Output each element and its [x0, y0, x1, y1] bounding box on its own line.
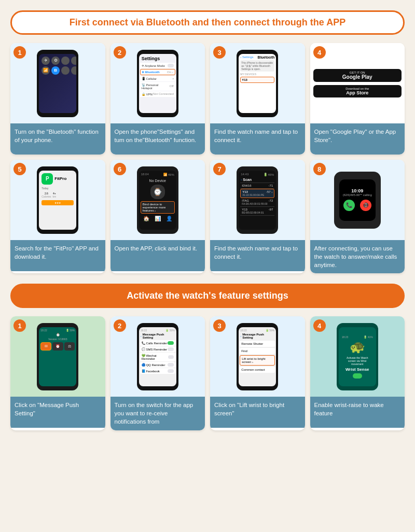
wrist-toggle — [353, 373, 362, 379]
lift-row-wrist: Lift wrist to bright screen › — [240, 355, 275, 366]
alarm-icon: ⏰ — [52, 342, 63, 351]
phone-mock-s2-3: 18:22 🔋 59% ‹ Message Push Setting Remot… — [237, 323, 278, 390]
step-2-desc: Open the phone"Settings" and tum on the"… — [110, 123, 205, 155]
phone-mock-3: ‹ Settings Bluetooth This iPhone is disc… — [237, 50, 278, 117]
lift-row-remote: Remote Shutter — [240, 341, 275, 347]
toggle-sms — [168, 347, 174, 351]
phone-mock-7: 14:43 🔋 46% ‹ Scan IDW16 -71 Y13 — [237, 166, 278, 234]
watch-screen-8: 10:09 (626)495-00** calling 📞 📵 — [339, 179, 376, 221]
step-s2-1-card: 1 18:22 🔋 59% ⌚ Version: V13663 ✉ ⏰ ⚖ — [10, 316, 105, 430]
call-buttons: 📞 📵 — [342, 199, 372, 212]
google-play-btn[interactable]: GET IT ON Google Play — [313, 69, 402, 82]
fitpro-rating: ★★★ — [42, 200, 74, 205]
lift-row-contact: Common contact — [240, 367, 275, 373]
phone-mock-s2-4: 18:23 🔋 41% 🐢 Activate the Watch screen … — [337, 323, 378, 390]
step-1-number: 1 — [13, 46, 26, 59]
watch-icon: ⌚ — [150, 185, 165, 199]
step-s2-1-image: 1 18:22 🔋 59% ⌚ Version: V13663 ✉ ⏰ ⚖ — [10, 316, 105, 397]
step-5-number: 5 — [13, 163, 26, 175]
step-2-number: 2 — [114, 46, 126, 59]
toggle-calls — [168, 341, 174, 345]
step-1-desc: Turn on the "Bluetooth" function of your… — [10, 123, 105, 155]
fitpro-today: Today — [40, 186, 75, 191]
step-5-card: 5 P FitPro Today 2.6 Calories 4+ — [10, 160, 105, 273]
bind-highlight: Bind device to experience more features … — [141, 201, 175, 214]
phone-screen-6: 18:04 📶 49% No Device ⌚ Bind device to e… — [139, 171, 176, 230]
watch-home-time: 18:22 🔋 59% — [40, 329, 75, 332]
msg-row-qq: 🔵 QQ Reminder — [140, 362, 175, 368]
phone-mock-6: 18:04 📶 49% No Device ⌚ Bind device to e… — [137, 166, 178, 234]
step-3-desc: Find the watch name and tap to connect i… — [210, 123, 305, 155]
step-7-desc: Find the watch name and tap to connect i… — [210, 240, 305, 271]
step-s2-2-card: 2 19:22 🔋 50% ‹ Message Push Setting 📞 C… — [110, 316, 205, 430]
fitpro-icon: P — [42, 173, 53, 185]
icon-empty2 — [71, 57, 76, 65]
bt-scan-screen: ‹ Settings Bluetooth This iPhone is disc… — [239, 54, 276, 113]
step-s2-3-card: 3 18:22 🔋 59% ‹ Message Push Setting Rem… — [210, 316, 305, 430]
step-3-number: 3 — [213, 46, 226, 59]
lift-rows: Remote Shutter Find Lift wrist to bright… — [240, 341, 275, 373]
step-s2-4-desc: Enable wrist-raise to wake feature — [310, 397, 405, 428]
step-8-image: 8 10:09 (626)495-00** calling 📞 📵 — [310, 160, 405, 240]
wrist-icon: 🐢 — [350, 340, 365, 354]
step-4-desc: Open "Google Play" or the App Store". — [310, 123, 405, 155]
lift-row-find: Find — [240, 348, 275, 354]
step-2-image: 2 Settings ✈ Airplane Mode B Bluetooth O… — [110, 43, 205, 123]
settings-row-vpn: 🔒 VPN Not Connected — [140, 91, 175, 97]
lift-header: ‹ Message Push Setting — [240, 332, 275, 340]
phone-screen-s2-2: 19:22 🔋 50% ‹ Message Push Setting 📞 Cal… — [139, 327, 176, 386]
settings-row-bt: B Bluetooth On › — [140, 69, 175, 75]
step-3-image: 3 ‹ Settings Bluetooth This iPhone is di… — [210, 43, 305, 123]
scan-header: 14:43 🔋 46% — [240, 172, 274, 177]
step-4-number: 4 — [313, 46, 326, 59]
step-s2-3-desc: Click on "Lift wrist to bright screen" — [210, 397, 305, 428]
decline-call-button[interactable]: 📵 — [360, 200, 371, 211]
step-8-card: 8 10:09 (626)495-00** calling 📞 📵 After … — [310, 160, 405, 273]
msg-row-wechat: 💚 Wechat Reminder — [140, 353, 175, 361]
step-6-card: 6 18:04 📶 49% No Device ⌚ Bind device to… — [110, 160, 205, 273]
version: Version: V13663 — [40, 338, 75, 341]
icon-empty4 — [71, 66, 76, 75]
phone-screen-7: 14:43 🔋 46% ‹ Scan IDW16 -71 Y13 — [239, 171, 276, 230]
watch-home-screen: 18:22 🔋 59% ⌚ Version: V13663 ✉ ⏰ ⚖ — [39, 327, 76, 386]
accept-call-button[interactable]: 📞 — [343, 200, 355, 211]
msg-time: 19:22 🔋 50% — [140, 328, 175, 332]
icon-wifi: 📶 — [42, 66, 50, 75]
icon-empty3 — [61, 66, 70, 75]
step-6-image: 6 18:04 📶 49% No Device ⌚ Bind device to… — [110, 160, 205, 240]
bt-active-icon: B — [51, 66, 60, 75]
icon-empty1 — [61, 57, 70, 65]
step-3-card: 3 ‹ Settings Bluetooth This iPhone is di… — [210, 43, 305, 155]
step-s2-4-card: 4 18:23 🔋 41% 🐢 Activate the Watch scree… — [310, 316, 405, 430]
bt-scan-header: ‹ Settings Bluetooth — [240, 55, 274, 59]
toggle-qq — [168, 363, 174, 367]
step-s2-3-image: 3 18:22 🔋 59% ‹ Message Push Setting Rem… — [210, 316, 305, 397]
phone-screen-2: Settings ✈ Airplane Mode B Bluetooth On … — [139, 54, 176, 113]
step-s2-1-number: 1 — [13, 319, 26, 332]
app-store-btn[interactable]: Download on the App Store — [313, 85, 402, 97]
y13-device: Y13 — [240, 77, 274, 83]
step-5-desc: Search for the "FitPro" APP and download… — [10, 240, 105, 271]
step-1-card: 1 ✈ ⚙ 📶 B Turn on the "Blueto — [10, 43, 105, 155]
bind-time: 18:04 📶 49% — [141, 172, 175, 177]
lift-time: 18:22 🔋 59% — [240, 328, 275, 332]
bottom-nav: 🏠 📊 👤 — [141, 216, 175, 221]
step-2-card: 2 Settings ✈ Airplane Mode B Bluetooth O… — [110, 43, 205, 155]
phone-mock-5: P FitPro Today 2.6 Calories 4+ km — [37, 166, 78, 234]
scan-item-y13-2: Y13 BD:B5:02:89:04:91 -97 — [240, 207, 274, 216]
step-s2-2-desc: Turn on the switch for the app you want … — [110, 397, 205, 430]
step-8-number: 8 — [313, 163, 326, 175]
scan-item-idw16: IDW16 -71 — [240, 183, 274, 189]
toggle-wechat — [168, 355, 174, 359]
phone-screen-s2-3: 18:22 🔋 59% ‹ Message Push Setting Remot… — [239, 327, 276, 386]
no-device: No Device — [141, 179, 175, 183]
step-s2-2-image: 2 19:22 🔋 50% ‹ Message Push Setting 📞 C… — [110, 316, 205, 397]
section1-steps-grid: 1 ✈ ⚙ 📶 B Turn on the "Blueto — [10, 43, 405, 273]
fitpro-stats: 2.6 Calories 4+ km — [40, 191, 75, 199]
my-devices-label: MY DEVICES — [240, 73, 274, 76]
icon-airplane: ✈ — [42, 57, 50, 65]
bt-info: This iPhone is discoverable as "设备" whil… — [240, 60, 274, 72]
msg-row-fb: 📘 Facebook — [140, 368, 175, 374]
settings-title: Settings — [140, 55, 175, 62]
step-8-desc: After connecting, you can use the watch … — [310, 240, 405, 273]
